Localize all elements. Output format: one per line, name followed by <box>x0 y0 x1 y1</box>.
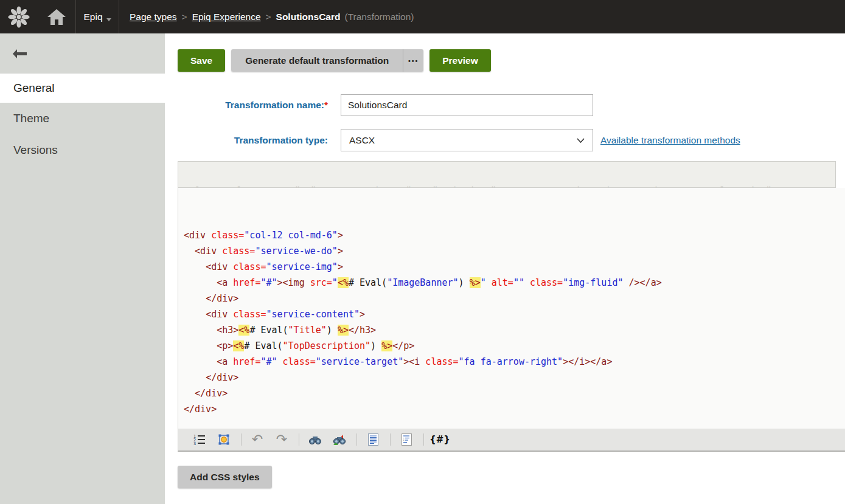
back-button[interactable] <box>0 33 165 74</box>
maximize-editor-icon[interactable] <box>217 432 231 447</box>
transformation-name-label: Transformation name:* <box>178 100 328 111</box>
available-transformation-methods-link[interactable]: Available transformation methods <box>600 135 740 146</box>
kentico-flower-icon <box>7 5 30 29</box>
breadcrumb-page-types[interactable]: Page types <box>130 12 177 22</box>
breadcrumb: Page types > Epiq Experience > Solutions… <box>130 0 414 33</box>
code-area[interactable]: <div class="col-12 col-md-6"> <div class… <box>178 188 845 429</box>
selected-type-value: ASCX <box>349 135 375 146</box>
home-button[interactable] <box>38 0 75 33</box>
top-bar: Epiq Page types > Epiq Experience > Solu… <box>0 0 845 33</box>
toolbar-separator <box>423 433 424 446</box>
generate-default-transformation-button[interactable]: Generate default transformation <box>231 49 403 72</box>
topbar-divider <box>119 0 119 33</box>
add-css-styles-button[interactable]: Add CSS styles <box>178 466 272 488</box>
svg-text:3: 3 <box>193 441 196 445</box>
redo-icon[interactable]: ↷ <box>274 432 289 447</box>
directives-header: <%@ Control Language="C#" AutoEventWireu… <box>178 161 836 188</box>
toolbar-separator <box>299 433 299 446</box>
code-editor: <%@ Control Language="C#" AutoEventWireu… <box>178 161 845 452</box>
editor-toolbar: 1 2 3 <box>178 429 845 452</box>
format-code-icon[interactable] <box>399 432 414 447</box>
find-icon[interactable] <box>308 432 322 447</box>
sidebar-item-versions[interactable]: Versions <box>0 134 165 166</box>
sidebar-item-label: Theme <box>13 112 49 125</box>
preview-button[interactable]: Preview <box>429 49 491 72</box>
toolbar-separator <box>356 433 357 446</box>
save-button[interactable]: Save <box>178 49 225 72</box>
home-icon <box>47 9 66 26</box>
find-and-replace-icon[interactable] <box>332 432 347 447</box>
sidebar-item-label: Versions <box>13 143 58 157</box>
sidebar-item-general[interactable]: General <box>0 74 165 103</box>
kentico-logo[interactable] <box>0 0 38 33</box>
main-panel: Save Generate default transformation •••… <box>165 33 845 504</box>
breadcrumb-suffix: (Transformation) <box>344 12 414 22</box>
required-mark: * <box>324 100 328 110</box>
chevron-down-icon <box>577 138 585 143</box>
transformation-type-row: Transformation type: ASCX Available tran… <box>178 129 845 151</box>
transformation-name-row: Transformation name:* <box>178 94 845 116</box>
toolbar-separator <box>241 433 242 446</box>
generate-split-button: Generate default transformation ••• <box>231 49 423 72</box>
sidebar: General Theme Versions <box>0 33 165 504</box>
site-selector-label: Epiq <box>83 12 102 22</box>
breadcrumb-current: SolutionsCard <box>276 12 341 22</box>
transformation-type-select[interactable]: ASCX <box>341 129 593 151</box>
line-numbers-icon[interactable]: 1 2 3 <box>192 432 207 447</box>
insert-macro-icon[interactable]: {#} <box>433 432 447 447</box>
transformation-type-label: Transformation type: <box>178 135 328 146</box>
page: Epiq Page types > Epiq Experience > Solu… <box>0 0 845 504</box>
undo-icon[interactable]: ↶ <box>250 432 265 447</box>
view-code-icon[interactable] <box>366 432 380 447</box>
caret-down-icon <box>106 18 111 21</box>
action-buttons: Save Generate default transformation •••… <box>178 49 845 72</box>
code-lines: <div class="col-12 col-md-6"> <div class… <box>184 227 845 417</box>
breadcrumb-epiq-experience[interactable]: Epiq Experience <box>192 12 261 22</box>
breadcrumb-separator: > <box>177 12 192 22</box>
sidebar-item-label: General <box>13 81 55 95</box>
toolbar-separator <box>390 433 391 446</box>
transformation-name-input[interactable] <box>341 94 593 116</box>
back-arrow-icon <box>12 49 28 59</box>
sidebar-item-theme[interactable]: Theme <box>0 103 165 134</box>
breadcrumb-separator: > <box>261 12 276 22</box>
site-selector[interactable]: Epiq <box>76 0 119 33</box>
more-actions-button[interactable]: ••• <box>403 49 423 72</box>
